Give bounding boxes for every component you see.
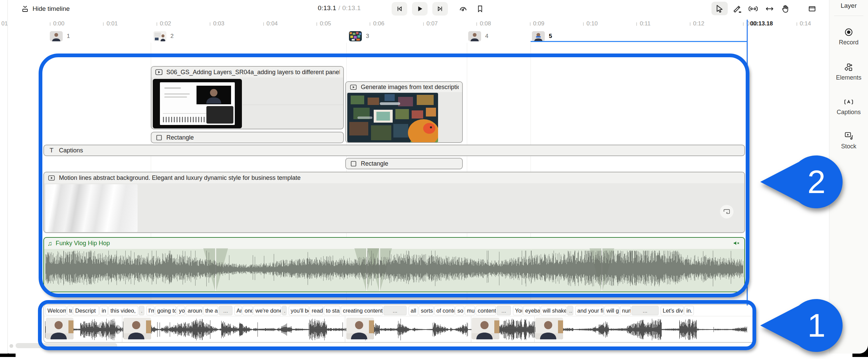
total-time: 0:13.1 bbox=[342, 4, 361, 12]
ruler-tick-label: 0:06 bbox=[373, 20, 384, 27]
ruler-tick-label: 0:11 bbox=[640, 20, 650, 27]
svg-text:2: 2 bbox=[807, 164, 825, 200]
sidebar-item-label: Elements bbox=[836, 74, 861, 81]
scene-thumbnail[interactable] bbox=[50, 31, 63, 41]
ruler-tick-label: 0:09 bbox=[533, 20, 544, 27]
annotation-rect-1 bbox=[38, 300, 756, 350]
ruler-tick-label: 0:01 bbox=[106, 20, 118, 27]
scroll-dot[interactable] bbox=[9, 344, 13, 348]
bookmark-icon bbox=[476, 5, 484, 13]
app-window: Hide timeline 0:13.1/0:13.1 bbox=[0, 0, 868, 354]
ruler-tick bbox=[476, 22, 477, 26]
scene-marker-5[interactable]: 5 bbox=[532, 31, 552, 41]
scene-marker-1[interactable]: 1 bbox=[50, 31, 70, 41]
stock-icon bbox=[844, 131, 853, 141]
scene-thumbnail[interactable] bbox=[349, 31, 362, 41]
sidebar-title: Layer bbox=[829, 2, 868, 9]
ruler-tick bbox=[316, 22, 317, 26]
draw-tool-button[interactable] bbox=[731, 3, 743, 15]
scene-thumbnail[interactable] bbox=[468, 31, 481, 41]
divider bbox=[834, 16, 863, 16]
ruler-tick bbox=[210, 22, 210, 26]
selected-scene-underline bbox=[531, 41, 747, 42]
ruler-tick bbox=[636, 22, 637, 26]
sidebar-item-elements[interactable]: Elements bbox=[829, 63, 868, 81]
ruler-tick-label: 0:02 bbox=[160, 20, 171, 27]
speed-gauge-icon bbox=[459, 4, 468, 13]
range-tool-button[interactable] bbox=[747, 3, 759, 15]
record-icon bbox=[844, 28, 853, 37]
skip-back-icon bbox=[396, 5, 403, 13]
ruler-tick-label: 0:14 bbox=[800, 20, 811, 27]
ruler-tick bbox=[103, 22, 104, 26]
skip-forward-icon bbox=[436, 5, 444, 13]
scene-number: 5 bbox=[549, 33, 552, 40]
hide-timeline-button[interactable]: Hide timeline bbox=[18, 2, 73, 16]
scene-thumbnail[interactable] bbox=[153, 31, 166, 41]
ruler-tick-label: 0:05 bbox=[320, 20, 331, 27]
time-display: 0:13.1/0:13.1 bbox=[318, 4, 396, 12]
ruler-tick bbox=[743, 22, 744, 26]
collapsed-left-panel bbox=[0, 0, 8, 354]
bookmark-button[interactable] bbox=[475, 4, 485, 14]
current-time: 0:13.1 bbox=[318, 4, 336, 12]
annotation-badge-1: 1 bbox=[759, 297, 847, 354]
ruler-tick-label: 0:00 bbox=[53, 20, 64, 27]
play-icon bbox=[416, 5, 423, 13]
ruler-tick-label: 0:03 bbox=[213, 20, 224, 27]
ruler-tick-label: 0:07 bbox=[427, 20, 438, 27]
sidebar-item-label: Captions bbox=[836, 109, 861, 116]
elements-icon bbox=[844, 63, 853, 72]
scene-marker-3[interactable]: 3 bbox=[349, 31, 369, 41]
scene-thumbnail[interactable] bbox=[532, 31, 545, 41]
resize-horizontal-icon bbox=[765, 4, 774, 13]
resize-tool-button[interactable] bbox=[764, 3, 775, 15]
sidebar-item-record[interactable]: Record bbox=[829, 28, 868, 46]
skip-back-button[interactable] bbox=[392, 2, 407, 16]
pen-icon bbox=[732, 4, 741, 13]
ruler-tick-label: 0:04 bbox=[267, 20, 278, 27]
ruler-tick bbox=[50, 22, 50, 26]
range-icon bbox=[748, 4, 758, 13]
scene-marker-4[interactable]: 4 bbox=[468, 31, 488, 41]
ruler-tick bbox=[370, 22, 370, 26]
scene-number: 4 bbox=[485, 33, 488, 40]
ruler-tick bbox=[263, 22, 264, 26]
ruler-tick-label: 0:08 bbox=[480, 20, 491, 27]
hide-timeline-label: Hide timeline bbox=[33, 5, 70, 13]
ruler-tick bbox=[530, 22, 531, 26]
ruler-tick bbox=[157, 22, 157, 26]
svg-text:1: 1 bbox=[807, 307, 825, 343]
scene-marker-2[interactable]: 2 bbox=[153, 31, 173, 41]
scene-number: 2 bbox=[170, 33, 173, 40]
timeline-toggle-icon bbox=[21, 5, 29, 13]
hand-icon bbox=[781, 4, 789, 13]
ruler-tick bbox=[797, 22, 797, 26]
pointer-icon bbox=[715, 4, 724, 13]
annotation-rect-2 bbox=[39, 54, 749, 297]
playhead-time-label: 00:13.18 bbox=[750, 20, 773, 27]
sidebar-item-captions[interactable]: Captions bbox=[829, 98, 868, 116]
sidebar-item-label: Stock bbox=[841, 143, 856, 150]
layout-panel-icon bbox=[808, 4, 817, 13]
hand-tool-button[interactable] bbox=[779, 3, 791, 15]
pointer-tool-button[interactable] bbox=[711, 2, 728, 15]
captions-icon bbox=[844, 98, 853, 106]
sidebar-item-label: Record bbox=[839, 39, 859, 46]
ruler-clipped-label: 01 bbox=[1, 20, 8, 27]
annotation-badge-2: 2 bbox=[759, 153, 847, 211]
ruler-tick bbox=[423, 22, 424, 26]
ruler-tick bbox=[583, 22, 584, 26]
ruler-tick-label: 0:12 bbox=[693, 20, 704, 27]
play-button[interactable] bbox=[412, 2, 428, 16]
skip-forward-button[interactable] bbox=[432, 2, 448, 16]
playback-speed-button[interactable] bbox=[458, 4, 468, 14]
ruler-tick bbox=[690, 22, 690, 26]
timeline-ruler[interactable]: 01 0:000:010:020:030:040:050:060:070:080… bbox=[0, 19, 833, 31]
layout-panel-button[interactable] bbox=[806, 3, 818, 15]
sidebar-item-stock[interactable]: Stock bbox=[829, 131, 868, 150]
ruler-tick-label: 0:10 bbox=[586, 20, 598, 27]
scene-number: 3 bbox=[366, 33, 369, 40]
scene-number: 1 bbox=[67, 33, 70, 40]
